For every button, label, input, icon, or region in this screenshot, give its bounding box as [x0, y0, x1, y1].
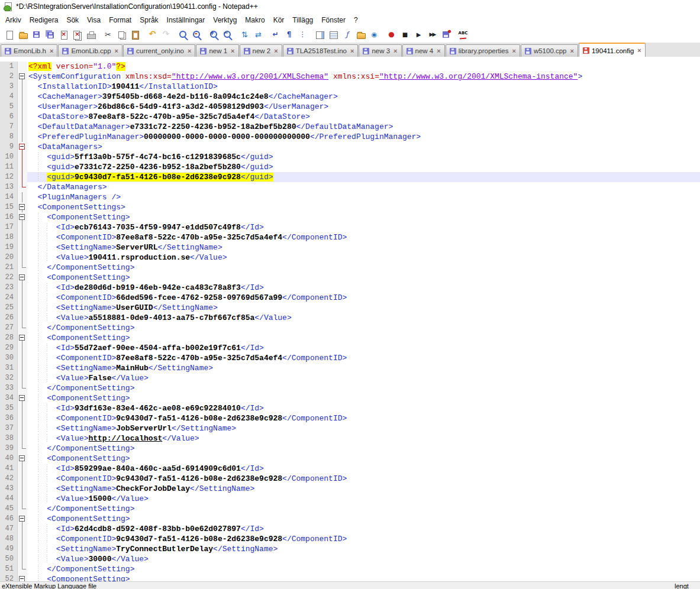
code-text[interactable]: <SystemConfiguration xmlns:xsd="http://w… [27, 72, 700, 82]
code-text[interactable]: <ComponentSetting> [27, 212, 700, 222]
code-text[interactable]: </ComponentSetting> [27, 504, 700, 514]
fold-collapse-icon[interactable] [19, 395, 25, 401]
code-text[interactable]: <Id>de280d6d-b919-46eb-942e-ca483c78a8f3… [27, 283, 700, 293]
fold-collapse-icon[interactable] [19, 455, 25, 461]
word-wrap-button[interactable]: ↵ [269, 28, 282, 41]
code-text[interactable]: <DataStore>87ee8af8-522c-470b-a95e-325c7… [27, 112, 700, 122]
code-text[interactable]: <Id>62d4cdb8-d592-408f-83bb-b0e62d027897… [27, 524, 700, 534]
folder-as-workspace-button[interactable] [354, 28, 367, 41]
code-text[interactable]: <ComponentID>87ee8af8-522c-470b-a95e-325… [27, 232, 700, 242]
redo-button[interactable]: ↷ [159, 28, 173, 41]
save-recorded-macro-button[interactable]: ● [439, 28, 453, 41]
code-text[interactable]: </DataManagers> [27, 182, 700, 192]
record-macro-button[interactable]: ● [385, 28, 398, 41]
tab-new-2[interactable]: new 2× [240, 44, 282, 57]
playback-macro-button[interactable]: ▶ [412, 28, 425, 41]
tab-emonlib-h[interactable]: EmonLib.h× [1, 44, 57, 57]
fold-collapse-icon[interactable] [19, 335, 25, 341]
menu-item-fonster[interactable]: Fönster [317, 14, 350, 26]
sync-horizontal-scrolling-button[interactable]: ⇄ [251, 28, 265, 41]
code-text[interactable]: <Value>15000</Value> [27, 494, 700, 504]
code-text[interactable]: <Id>859299ae-840a-460c-aa5d-6914909c6d01… [27, 464, 700, 474]
tab-close-icon[interactable]: × [437, 48, 440, 54]
close-file-button[interactable]: × [57, 28, 70, 41]
code-text[interactable]: <Id>93df163e-83e4-462c-ae08-e69c92284010… [27, 403, 700, 413]
new-file-button[interactable] [2, 28, 16, 41]
menu-item-help[interactable]: ? [350, 14, 362, 26]
menu-item-tillagg[interactable]: Tillägg [288, 14, 317, 26]
tab-close-icon[interactable]: × [350, 48, 354, 54]
menu-item-visa[interactable]: Visa [83, 14, 105, 26]
paste-button[interactable] [128, 28, 142, 41]
code-text[interactable]: <DefaultDataManager>e7331c72-2250-4236-b… [27, 122, 700, 132]
menu-item-format[interactable]: Format [105, 14, 136, 26]
code-text[interactable]: <SettingName>MainHub</SettingName> [27, 363, 700, 373]
menu-item-verktyg[interactable]: Verktyg [209, 14, 241, 26]
undo-button[interactable]: ↶ [146, 28, 159, 41]
code-text[interactable]: <ComponentID>87ee8af8-522c-470b-a95e-325… [27, 353, 700, 363]
show-all-characters-button[interactable]: ¶ [282, 28, 296, 41]
code-text[interactable]: <SettingName>TryConnectButlerDelay</Sett… [27, 544, 700, 554]
code-text[interactable]: <Value>a5518881-0de9-4013-aa75-c7bf667cf… [27, 313, 700, 323]
zoom-out-button[interactable]: − [221, 28, 234, 41]
code-text[interactable]: <ComponentSetting> [27, 333, 700, 343]
save-file-button[interactable] [30, 28, 43, 41]
menu-item-redigera[interactable]: Redigera [25, 14, 63, 26]
code-text[interactable]: <SettingName>ServerURL</SettingName> [27, 242, 700, 253]
open-file-button[interactable] [16, 28, 30, 41]
code-text[interactable]: </ComponentSetting> [27, 383, 700, 393]
tab-close-icon[interactable]: × [231, 48, 234, 54]
code-text[interactable]: <Id>55d72aef-90ee-4504-affa-b002e19f7c61… [27, 343, 700, 353]
tab-close-icon[interactable]: × [188, 48, 191, 54]
code-text[interactable]: <SettingName>JobServerUrl</SettingName> [27, 423, 700, 433]
code-text[interactable]: <SettingName>UserGUID</SettingName> [27, 303, 700, 313]
code-text[interactable]: </ComponentSetting> [27, 444, 700, 454]
code-text[interactable]: <guid>e7331c72-2250-4236-b952-18a2bef5b2… [27, 162, 700, 172]
document-map-button[interactable] [313, 28, 327, 41]
code-text[interactable]: <ComponentSetting> [27, 514, 700, 524]
code-text[interactable]: <ComponentID>9c9430d7-fa51-4126-b08e-2d6… [27, 413, 700, 423]
code-text[interactable]: <guid>5ff13a0b-575f-4c74-bc16-c129183968… [27, 152, 700, 162]
tab-close-icon[interactable]: × [393, 48, 397, 54]
code-text[interactable]: <InstallationID>190411</InstallationID> [27, 82, 700, 92]
fold-collapse-icon[interactable] [19, 144, 25, 150]
code-text[interactable]: <Id>ecb76143-7035-4f59-9947-e1dd507c49f8… [27, 222, 700, 232]
save-all-button[interactable] [43, 28, 57, 41]
stop-recording-button[interactable]: ■ [398, 28, 412, 41]
tab-close-icon[interactable]: × [512, 48, 515, 54]
code-text[interactable]: <ComponentSetting> [27, 273, 700, 283]
fold-collapse-icon[interactable] [19, 274, 25, 280]
tab-close-icon[interactable]: × [50, 48, 53, 54]
code-text[interactable]: </ComponentSetting> [27, 263, 700, 273]
tab-close-icon[interactable]: × [115, 48, 118, 54]
menu-item-sok[interactable]: Sök [62, 14, 83, 26]
code-text[interactable]: </ComponentSetting> [27, 323, 700, 333]
editor[interactable]: 1<?xml version="1.0"?>2<SystemConfigurat… [0, 57, 700, 582]
code-text[interactable]: <ComponentID>66ded596-fcee-4762-9258-097… [27, 293, 700, 303]
tab-emonlib-cpp[interactable]: EmonLib.cpp× [58, 44, 122, 57]
code-text[interactable]: <DataManagers> [27, 142, 700, 152]
spell-check-button[interactable]: ABC [456, 28, 470, 41]
run-macro-multiple-times-button[interactable]: ▶▶ [425, 28, 439, 41]
code-text[interactable]: <PluginManagers /> [27, 192, 700, 202]
tab-new-1[interactable]: new 1× [196, 44, 238, 57]
tab-library-properties[interactable]: library.properties× [446, 44, 520, 57]
fold-collapse-icon[interactable] [19, 214, 25, 220]
copy-button[interactable] [115, 28, 128, 41]
menu-item-sprak[interactable]: Språk [136, 14, 162, 26]
function-list-button[interactable]: ƒ [340, 28, 354, 41]
find-button[interactable] [176, 28, 190, 41]
replace-button[interactable] [190, 28, 204, 41]
tab-new-4[interactable]: new 4× [402, 44, 445, 57]
tab-w5100-cpp[interactable]: w5100.cpp× [521, 44, 578, 57]
cut-button[interactable]: ✂ [101, 28, 115, 41]
menu-item-installningar[interactable]: Inställningar [163, 14, 209, 26]
close-all-button[interactable]: × [70, 28, 84, 41]
print-button[interactable] [84, 28, 98, 41]
tab-190411-config[interactable]: 190411.config× [579, 43, 646, 57]
code-text[interactable]: <CacheManager>39f5405b-d668-4e2d-b116-8a… [27, 92, 700, 102]
document-list-button[interactable] [327, 28, 340, 41]
fold-collapse-icon[interactable] [19, 204, 25, 210]
code-text[interactable]: <ComponentSettings> [27, 202, 700, 212]
menu-item-kor[interactable]: Kör [269, 14, 289, 26]
